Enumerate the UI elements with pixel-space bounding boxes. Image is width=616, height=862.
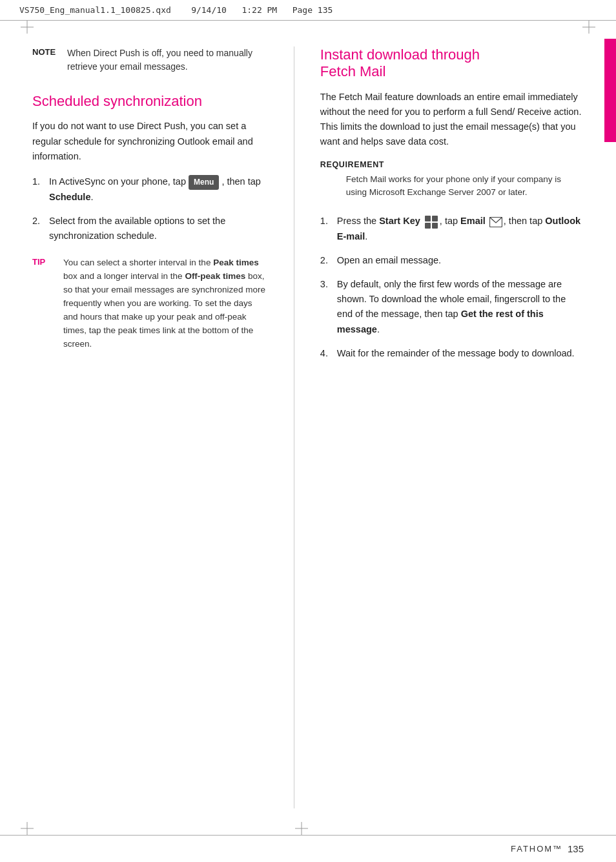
requirement-label: REQUIREMENT bbox=[320, 160, 584, 169]
top-bar: VS750_Eng_manual1.1_100825.qxd 9/14/10 1… bbox=[0, 0, 616, 21]
page-content: NOTE When Direct Push is off, you need t… bbox=[0, 21, 616, 834]
step-text: By default, only the first few words of … bbox=[337, 277, 584, 337]
crosshair-bottom-left bbox=[21, 822, 34, 835]
note-label: NOTE bbox=[32, 46, 59, 74]
note-text: When Direct Push is off, you need to man… bbox=[67, 46, 268, 74]
crosshair-bottom-center bbox=[295, 822, 308, 835]
requirement-block: REQUIREMENT Fetch Mail works for your ph… bbox=[320, 160, 584, 200]
tip-label: TIP bbox=[32, 256, 53, 351]
step-text: Wait for the remainder of the message bo… bbox=[337, 346, 584, 361]
start-key-icon bbox=[425, 216, 438, 229]
crosshair-top-right bbox=[582, 21, 595, 34]
accent-bar bbox=[604, 39, 616, 142]
scheduled-sync-heading: Scheduled synchronization bbox=[32, 93, 268, 110]
note-block: NOTE When Direct Push is off, you need t… bbox=[32, 46, 268, 74]
file-info: VS750_Eng_manual1.1_100825.qxd 9/14/10 1… bbox=[19, 5, 333, 15]
step-number: 1. bbox=[32, 174, 45, 205]
right-step-1: 1. Press the Start Key , tap Email , the… bbox=[320, 214, 584, 243]
brand-name: FATHOM™ bbox=[511, 844, 562, 854]
left-intro-text: If you do not want to use Direct Push, y… bbox=[32, 119, 268, 164]
email-icon bbox=[489, 217, 502, 227]
menu-button-inline: Menu bbox=[189, 175, 219, 190]
fetch-mail-heading: Instant download through Fetch Mail bbox=[320, 46, 584, 81]
footer: FATHOM™ 135 bbox=[0, 835, 616, 862]
page-number: 135 bbox=[568, 843, 584, 854]
step-text: Open an email message. bbox=[337, 253, 584, 268]
left-step-2: 2. Select from the available options to … bbox=[32, 214, 268, 243]
step-number: 2. bbox=[32, 214, 45, 243]
step-text: In ActiveSync on your phone, tap Menu , … bbox=[49, 174, 268, 205]
requirement-text: Fetch Mail works for your phone only if … bbox=[320, 173, 584, 200]
left-column: NOTE When Direct Push is off, you need t… bbox=[32, 46, 294, 808]
tip-text: You can select a shorter interval in the… bbox=[63, 256, 268, 351]
right-column: Instant download through Fetch Mail The … bbox=[294, 46, 584, 808]
step-text: Select from the available options to set… bbox=[49, 214, 268, 243]
step-number: 3. bbox=[320, 277, 333, 337]
right-step-4: 4. Wait for the remainder of the message… bbox=[320, 346, 584, 361]
left-step-1: 1. In ActiveSync on your phone, tap Menu… bbox=[32, 174, 268, 205]
step-text: Press the Start Key , tap Email , then t… bbox=[337, 214, 584, 243]
right-step-2: 2. Open an email message. bbox=[320, 253, 584, 268]
step-number: 2. bbox=[320, 253, 333, 268]
step-number: 4. bbox=[320, 346, 333, 361]
right-intro-text: The Fetch Mail feature downloads an enti… bbox=[320, 90, 584, 150]
right-step-3: 3. By default, only the first few words … bbox=[320, 277, 584, 337]
crosshair-top-left bbox=[21, 21, 34, 34]
step-number: 1. bbox=[320, 214, 333, 243]
tip-block: TIP You can select a shorter interval in… bbox=[32, 256, 268, 351]
